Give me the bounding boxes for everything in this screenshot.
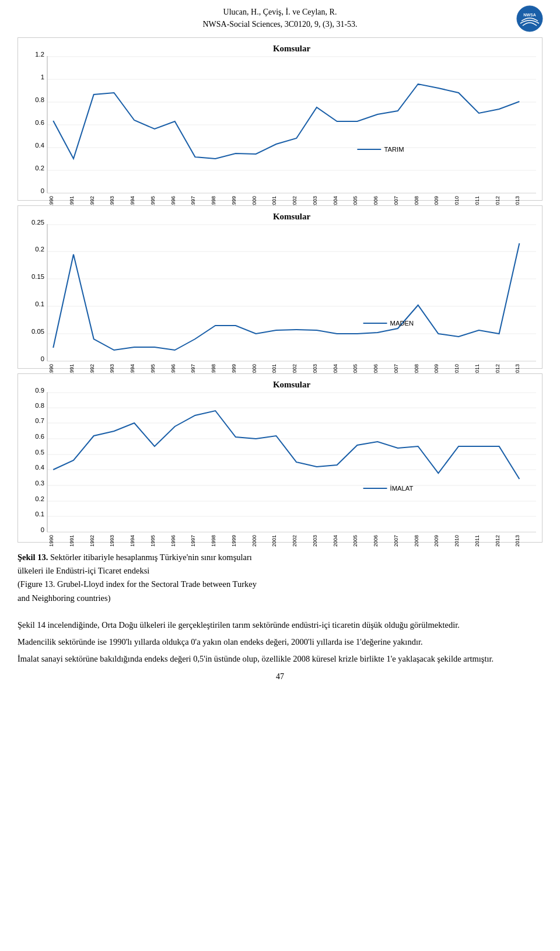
svg-text:2009: 2009 bbox=[433, 535, 439, 547]
chart1-area: 0 0.2 0.4 0.6 0.8 1 1.2 1990 1991 1992 1… bbox=[47, 56, 536, 193]
svg-text:0.25: 0.25 bbox=[32, 219, 44, 226]
caption-para2: Madencilik sektöründe ise 1990'lı yıllar… bbox=[18, 635, 542, 649]
svg-text:2012: 2012 bbox=[495, 535, 501, 547]
page-number-value: 47 bbox=[276, 672, 284, 681]
svg-text:1.2: 1.2 bbox=[35, 51, 44, 58]
svg-text:0.2: 0.2 bbox=[35, 165, 44, 172]
svg-text:1998: 1998 bbox=[211, 535, 216, 547]
svg-text:1991: 1991 bbox=[69, 535, 75, 547]
header-line2: NWSA-Social Sciences, 3C0120, 9, (3), 31… bbox=[202, 20, 357, 29]
svg-text:0.7: 0.7 bbox=[35, 417, 44, 424]
chart2-title: Komsular bbox=[47, 212, 536, 222]
chart2-container: Komsular 0 0.05 0.1 0.15 0.2 0.25 1990 1… bbox=[18, 205, 542, 369]
svg-text:2013: 2013 bbox=[514, 535, 520, 547]
svg-text:2000: 2000 bbox=[251, 535, 257, 547]
header-line1: Ulucan, H., Çeviş, İ. ve Ceylan, R. bbox=[223, 8, 337, 16]
caption-line4: and Neighboring countries) bbox=[18, 592, 542, 605]
svg-text:1992: 1992 bbox=[89, 535, 95, 547]
svg-text:0.3: 0.3 bbox=[35, 480, 44, 487]
svg-text:0: 0 bbox=[41, 355, 44, 362]
svg-text:0.2: 0.2 bbox=[35, 246, 44, 253]
caption-line2: ülkeleri ile Endüstri-içi Ticaret endeks… bbox=[18, 564, 542, 578]
page-header: Ulucan, H., Çeviş, İ. ve Ceylan, R. NWSA… bbox=[0, 0, 560, 34]
svg-text:0.05: 0.05 bbox=[32, 328, 44, 335]
svg-text:2008: 2008 bbox=[414, 535, 419, 547]
svg-text:0: 0 bbox=[41, 526, 44, 533]
svg-text:İMALAT: İMALAT bbox=[390, 485, 414, 492]
svg-text:2006: 2006 bbox=[373, 535, 379, 547]
page-header-wrap: Ulucan, H., Çeviş, İ. ve Ceylan, R. NWSA… bbox=[0, 0, 560, 34]
nwsa-logo: NWSA bbox=[516, 5, 544, 35]
svg-text:1997: 1997 bbox=[190, 535, 196, 547]
chart3-svg: 0 0.1 0.2 0.3 0.4 0.5 0.6 0.7 0.8 0.9 bbox=[47, 392, 536, 532]
chart2-area: 0 0.05 0.1 0.15 0.2 0.25 1990 1991 1992 … bbox=[47, 224, 536, 361]
page-number: 47 bbox=[0, 672, 560, 681]
svg-text:1999: 1999 bbox=[231, 535, 237, 547]
svg-text:0.4: 0.4 bbox=[35, 142, 44, 149]
svg-text:MADEN: MADEN bbox=[390, 320, 414, 327]
caption-para1: Şekil 14 incelendiğinde, Orta Doğu ülkel… bbox=[18, 618, 542, 632]
svg-text:0.1: 0.1 bbox=[35, 511, 44, 518]
svg-text:0.9: 0.9 bbox=[35, 387, 44, 394]
svg-text:2004: 2004 bbox=[332, 535, 338, 547]
svg-text:0.2: 0.2 bbox=[35, 495, 44, 502]
chart2-svg: 0 0.05 0.1 0.15 0.2 0.25 1990 1991 1992 … bbox=[47, 224, 536, 361]
chart1-svg: 0 0.2 0.4 0.6 0.8 1 1.2 1990 1991 1992 1… bbox=[47, 56, 536, 193]
svg-text:1990: 1990 bbox=[48, 535, 54, 547]
svg-text:0.6: 0.6 bbox=[35, 119, 44, 126]
caption-text1: Sektörler itibariyle hesaplanmış Türkiye… bbox=[48, 553, 251, 562]
svg-text:2001: 2001 bbox=[271, 535, 277, 547]
svg-text:TARIM: TARIM bbox=[384, 146, 404, 153]
caption-para3: İmalat sanayi sektörüne bakıldığında end… bbox=[18, 652, 542, 666]
caption-line1: Şekil 13. Sektörler itibariyle hesaplanm… bbox=[18, 551, 542, 564]
svg-text:2002: 2002 bbox=[292, 535, 298, 547]
svg-text:0.8: 0.8 bbox=[35, 96, 44, 103]
svg-text:0.4: 0.4 bbox=[35, 464, 44, 471]
svg-text:0: 0 bbox=[41, 187, 44, 194]
svg-text:0.5: 0.5 bbox=[35, 449, 44, 456]
caption-line3: (Figure 13. Grubel-Lloyd index for the S… bbox=[18, 578, 542, 591]
svg-text:1993: 1993 bbox=[109, 535, 115, 547]
chart3-container: Komsular 0 0.1 0.2 0.3 0.4 0.5 0.6 0.7 0… bbox=[18, 373, 542, 543]
svg-text:NWSA: NWSA bbox=[523, 13, 536, 17]
svg-text:1995: 1995 bbox=[150, 535, 156, 547]
chart3-title: Komsular bbox=[47, 380, 536, 390]
svg-text:2005: 2005 bbox=[352, 535, 358, 547]
svg-text:0.15: 0.15 bbox=[32, 273, 44, 280]
chart1-title: Komsular bbox=[47, 44, 536, 54]
svg-text:0.8: 0.8 bbox=[35, 402, 44, 409]
svg-text:2011: 2011 bbox=[474, 535, 480, 547]
svg-text:1994: 1994 bbox=[130, 535, 135, 547]
figure-label: Şekil 13. bbox=[18, 553, 48, 562]
svg-text:0.1: 0.1 bbox=[35, 300, 44, 307]
caption-block: Şekil 13. Sektörler itibariyle hesaplanm… bbox=[18, 551, 542, 666]
svg-text:2010: 2010 bbox=[454, 535, 460, 547]
chart1-container: Komsular 0 0.2 0.4 0.6 0.8 1 1.2 1990 bbox=[18, 37, 542, 201]
chart3-area: 0 0.1 0.2 0.3 0.4 0.5 0.6 0.7 0.8 0.9 bbox=[47, 392, 536, 532]
svg-point-0 bbox=[517, 6, 542, 32]
svg-text:2007: 2007 bbox=[393, 535, 399, 547]
svg-text:0.6: 0.6 bbox=[35, 433, 44, 440]
svg-text:2003: 2003 bbox=[312, 535, 318, 547]
svg-text:1996: 1996 bbox=[170, 535, 176, 547]
svg-text:1: 1 bbox=[41, 74, 44, 81]
